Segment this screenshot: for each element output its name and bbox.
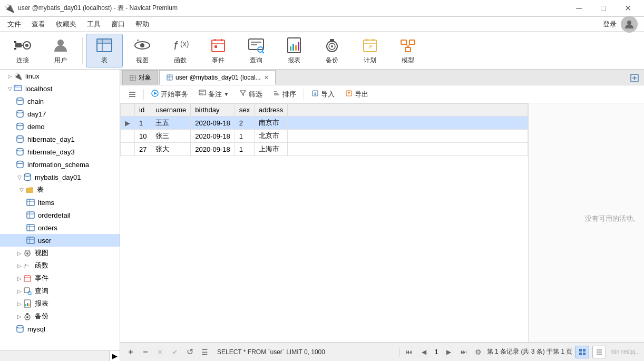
menu-favorites[interactable]: 收藏夹 — [51, 17, 82, 31]
toolbar-schedule[interactable]: 计划 — [352, 34, 388, 67]
sidebar-item-day17[interactable]: day17 — [0, 108, 120, 120]
toolbar-connect[interactable]: 连接 — [4, 34, 41, 67]
toggle-backup[interactable]: ▷ — [16, 314, 23, 319]
page-settings-btn[interactable]: ⚙ — [472, 346, 485, 358]
chain-label: chain — [27, 97, 44, 105]
comment-btn[interactable]: 备注 ▼ — [194, 87, 233, 101]
col-birthday[interactable]: birthday — [191, 104, 235, 116]
sidebar-item-items[interactable]: items — [0, 196, 120, 209]
table-row[interactable]: 10 张三 2020-09-18 1 北京市 — [121, 130, 528, 143]
sidebar-item-orderdetail[interactable]: orderdetail — [0, 209, 120, 221]
menu-view[interactable]: 查看 — [26, 17, 51, 31]
sidebar-item-funcs-folder[interactable]: ▷ f○ 函数 — [0, 259, 120, 272]
sidebar-item-orders[interactable]: orders — [0, 221, 120, 234]
toolbar-backup[interactable]: 备份 — [314, 34, 350, 67]
tab-action-icon[interactable] — [629, 73, 640, 85]
toolbar-view[interactable]: 视图 — [124, 34, 161, 67]
tab-objects[interactable]: 对象 — [122, 70, 158, 85]
toggle-reports[interactable]: ▷ — [16, 301, 23, 307]
toolbar-model[interactable]: 模型 — [389, 34, 426, 67]
toggle-views[interactable]: ▷ — [16, 250, 23, 256]
sidebar-item-information-schema[interactable]: information_schema — [0, 158, 120, 171]
sidebar-item-mybatis[interactable]: ▽ mybatis_day01 — [0, 171, 120, 183]
menu-help[interactable]: 帮助 — [130, 17, 154, 31]
svg-rect-35 — [330, 39, 334, 42]
sidebar-item-demo[interactable]: demo — [0, 120, 120, 133]
prev-page-btn[interactable]: ◀ — [417, 346, 430, 358]
sidebar-item-tables-folder[interactable]: ▽ 表 — [0, 183, 120, 196]
sidebar-item-linux[interactable]: ▷ 🔌 linux — [0, 70, 120, 82]
sidebar-item-localhost[interactable]: ▽ localhost — [0, 82, 120, 95]
toggle-funcs[interactable]: ▷ — [16, 263, 23, 269]
begin-tx-btn[interactable]: 开始事务 — [147, 87, 192, 101]
last-page-btn[interactable]: ⏭ — [457, 346, 470, 358]
hibernate-day1-label: hibernate_day1 — [27, 135, 75, 143]
cell-extra-3 — [288, 143, 528, 156]
save-btn: ✔ — [169, 346, 181, 358]
toggle-queries[interactable]: ▷ — [16, 288, 23, 294]
menu-window[interactable]: 窗口 — [106, 17, 130, 31]
col-address[interactable]: address — [255, 104, 288, 116]
sidebar-item-mysql[interactable]: mysql — [0, 323, 120, 335]
tab-user-table[interactable]: user @mybatis_day01 (local... ✕ — [159, 70, 276, 85]
bottom-menu-btn[interactable]: ☰ — [198, 346, 211, 358]
sort-btn[interactable]: 排序 — [269, 87, 300, 101]
data-table: id username birthday sex address ▶ 1 王五 — [120, 103, 528, 156]
sidebar-item-hibernate-day3[interactable]: hibernate_day3 — [0, 145, 120, 158]
sub-toolbar: 开始事务 备注 ▼ 筛选 排序 — [120, 85, 644, 103]
toggle-localhost[interactable]: ▽ — [6, 86, 14, 92]
toggle-linux[interactable]: ▷ — [6, 73, 14, 79]
sidebar-item-hibernate-day1[interactable]: hibernate_day1 — [0, 133, 120, 145]
minimize-button[interactable]: ─ — [567, 0, 591, 17]
table-row[interactable]: 27 张大 2020-09-18 1 上海市 — [121, 143, 528, 156]
sidebar-item-reports-folder[interactable]: ▷ 报表 — [0, 297, 120, 310]
sidebar-item-backup-folder[interactable]: ▷ 备份 — [0, 310, 120, 323]
svg-rect-61 — [27, 212, 34, 218]
next-page-btn[interactable]: ▶ — [443, 346, 455, 358]
col-indicator — [121, 104, 135, 116]
export-btn[interactable]: 导出 — [341, 87, 373, 101]
toggle-mybatis[interactable]: ▽ — [16, 174, 23, 180]
col-username[interactable]: username — [151, 104, 191, 116]
toolbar-user[interactable]: 用户 — [42, 34, 79, 67]
hamburger-menu-btn[interactable] — [124, 87, 140, 101]
sidebar-item-events-folder[interactable]: ▷ 事件 — [0, 272, 120, 285]
form-view-btn[interactable] — [592, 346, 606, 358]
menu-tools[interactable]: 工具 — [82, 17, 106, 31]
toolbar-report[interactable]: 报表 — [276, 34, 313, 67]
toolbar-query[interactable]: 查询 — [238, 34, 275, 67]
user-icon — [51, 36, 70, 55]
maximize-button[interactable]: □ — [591, 0, 616, 17]
col-sex[interactable]: sex — [235, 104, 254, 116]
filter-btn[interactable]: 筛选 — [235, 87, 267, 101]
sidebar-hscroll[interactable] — [0, 351, 109, 362]
toolbar-table[interactable]: 表 — [86, 34, 123, 67]
sidebar-item-chain[interactable]: chain — [0, 95, 120, 108]
sidebar-item-user[interactable]: user — [0, 234, 120, 247]
close-button[interactable]: ✕ — [616, 0, 640, 17]
toggle-tables[interactable]: ▽ — [18, 187, 25, 193]
grid-view-btn[interactable] — [575, 346, 589, 358]
first-page-btn[interactable]: ⏮ — [403, 346, 415, 358]
sidebar-item-queries-folder[interactable]: ▷ 查询 — [0, 285, 120, 297]
svg-point-53 — [17, 136, 23, 139]
add-row-btn[interactable]: + — [124, 346, 137, 358]
refresh-btn[interactable]: ↺ — [183, 346, 196, 358]
col-id[interactable]: id — [135, 104, 151, 116]
toolbar-event[interactable]: 事件 — [200, 34, 237, 67]
sidebar-expand-btn[interactable]: ▶ — [109, 351, 120, 362]
toolbar-func[interactable]: f(x) 函数 — [162, 34, 199, 67]
menu-file[interactable]: 文件 — [2, 17, 26, 31]
svg-point-49 — [15, 85, 16, 86]
user-tab-label: user @mybatis_day01 (local... — [175, 74, 261, 81]
delete-row-btn[interactable]: − — [139, 346, 152, 358]
event-icon — [209, 36, 228, 55]
activity-empty-text: 没有可用的活动。 — [585, 214, 640, 223]
toggle-events[interactable]: ▷ — [16, 276, 23, 281]
sidebar-item-views-folder[interactable]: ▷ 视图 — [0, 247, 120, 259]
import-btn[interactable]: 导入 — [307, 87, 339, 101]
login-button[interactable]: 登录 — [603, 19, 617, 29]
svg-point-50 — [17, 98, 23, 101]
table-row[interactable]: ▶ 1 王五 2020-09-18 2 南京市 — [121, 116, 528, 130]
tab-close-btn[interactable]: ✕ — [264, 74, 269, 81]
